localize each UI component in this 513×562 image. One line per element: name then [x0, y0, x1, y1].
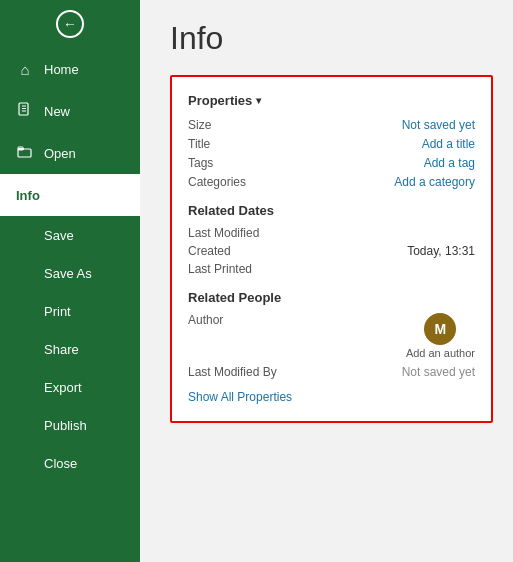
prop-row-categories: Categories Add a category: [188, 175, 475, 189]
prop-row-size: Size Not saved yet: [188, 118, 475, 132]
prop-row-title: Title Add a title: [188, 137, 475, 151]
last-modified-by-label: Last Modified By: [188, 365, 277, 379]
author-info: M Add an author: [406, 313, 475, 359]
sidebar-item-print-label: Print: [44, 304, 71, 319]
people-row-last-modified: Last Modified By Not saved yet: [188, 365, 475, 379]
sidebar-item-home-label: Home: [44, 62, 79, 77]
date-value-created: Today, 13:31: [407, 244, 475, 258]
properties-caret-icon: ▾: [256, 95, 261, 106]
sidebar-item-info[interactable]: Info: [0, 174, 140, 216]
properties-header-label: Properties: [188, 93, 252, 108]
sidebar-item-print[interactable]: Print: [0, 292, 140, 330]
date-row-created: Created Today, 13:31: [188, 244, 475, 258]
prop-value-tags[interactable]: Add a tag: [424, 156, 475, 170]
related-dates-header: Related Dates: [188, 203, 475, 218]
add-author-text[interactable]: Add an author: [406, 347, 475, 359]
sidebar-item-publish[interactable]: Publish: [0, 406, 140, 444]
sidebar-item-export-label: Export: [44, 380, 82, 395]
sidebar-item-close-label: Close: [44, 456, 77, 471]
prop-label-title: Title: [188, 137, 268, 151]
sidebar-item-close[interactable]: Close: [0, 444, 140, 482]
prop-label-tags: Tags: [188, 156, 268, 170]
back-icon: ←: [56, 10, 84, 38]
prop-row-tags: Tags Add a tag: [188, 156, 475, 170]
new-icon: [16, 102, 34, 121]
sidebar-item-open-label: Open: [44, 146, 76, 161]
sidebar-item-info-label: Info: [16, 188, 40, 203]
date-row-last-printed: Last Printed: [188, 262, 475, 276]
sidebar-item-new[interactable]: New: [0, 90, 140, 132]
sidebar-item-save-as[interactable]: Save As: [0, 254, 140, 292]
properties-panel: Properties ▾ Size Not saved yet Title Ad…: [170, 75, 493, 423]
date-label-created: Created: [188, 244, 268, 258]
sidebar-item-share[interactable]: Share: [0, 330, 140, 368]
related-people-header: Related People: [188, 290, 475, 305]
prop-value-categories[interactable]: Add a category: [394, 175, 475, 189]
last-modified-by-value: Not saved yet: [402, 365, 475, 379]
date-label-last-printed: Last Printed: [188, 262, 268, 276]
prop-value-title[interactable]: Add a title: [422, 137, 475, 151]
properties-section-header[interactable]: Properties ▾: [188, 93, 475, 108]
prop-value-size[interactable]: Not saved yet: [402, 118, 475, 132]
sidebar-item-save[interactable]: Save: [0, 216, 140, 254]
sidebar-item-save-label: Save: [44, 228, 74, 243]
people-label-author: Author: [188, 313, 288, 327]
avatar: M: [424, 313, 456, 345]
date-row-last-modified: Last Modified: [188, 226, 475, 240]
date-label-last-modified: Last Modified: [188, 226, 268, 240]
sidebar-item-publish-label: Publish: [44, 418, 87, 433]
page-title: Info: [170, 20, 493, 57]
people-row-author: Author M Add an author: [188, 313, 475, 359]
sidebar-item-export[interactable]: Export: [0, 368, 140, 406]
show-all-properties-link[interactable]: Show All Properties: [188, 390, 292, 404]
sidebar: ← ⌂ Home New Open Info Save: [0, 0, 140, 562]
prop-label-size: Size: [188, 118, 268, 132]
sidebar-item-share-label: Share: [44, 342, 79, 357]
prop-label-categories: Categories: [188, 175, 268, 189]
open-icon: [16, 144, 34, 163]
sidebar-item-save-as-label: Save As: [44, 266, 92, 281]
sidebar-item-open[interactable]: Open: [0, 132, 140, 174]
main-content: Info Properties ▾ Size Not saved yet Tit…: [140, 0, 513, 562]
sidebar-item-new-label: New: [44, 104, 70, 119]
sidebar-item-home[interactable]: ⌂ Home: [0, 48, 140, 90]
back-button[interactable]: ←: [0, 0, 140, 48]
home-icon: ⌂: [16, 61, 34, 78]
